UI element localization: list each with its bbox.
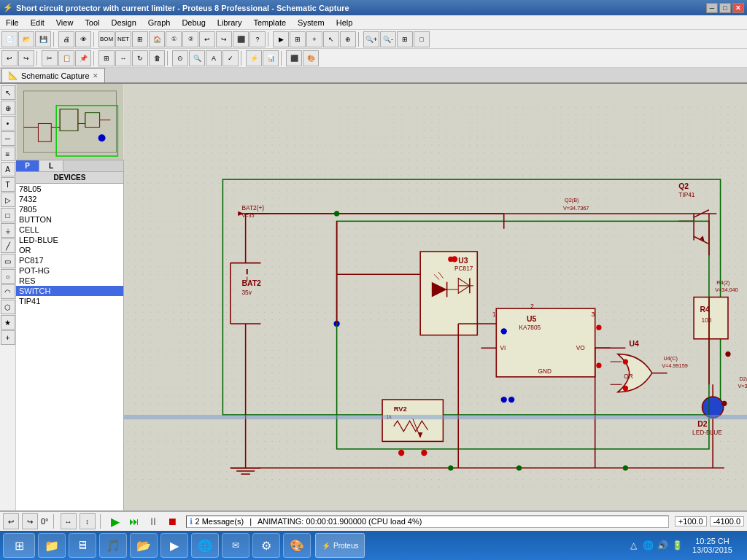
taskbar-app-7[interactable]: ✉ (222, 533, 249, 558)
btn5[interactable]: ⊞ (132, 31, 148, 47)
tray-battery[interactable]: 🔋 (672, 540, 684, 551)
zoom-fit-btn[interactable]: ⊞ (397, 31, 413, 47)
label-tool[interactable]: A (1, 162, 15, 176)
find-btn[interactable]: 🔍 (189, 50, 205, 66)
port-tool[interactable]: □ (1, 208, 15, 222)
taskbar-app-1[interactable]: 📁 (38, 533, 66, 558)
schematic-tab[interactable]: 📐 Schematic Capture ✕ (1, 68, 105, 82)
active-app-btn[interactable]: ⚡ Proteus (315, 533, 365, 558)
device-item-res[interactable]: RES (16, 276, 123, 286)
undo-btn[interactable]: ↩ (1, 50, 18, 66)
open-btn[interactable]: 📂 (18, 31, 34, 47)
new-btn[interactable]: 📄 (1, 31, 18, 47)
close-button[interactable]: ✕ (732, 3, 744, 13)
sidebar-tab-parts[interactable]: P (16, 160, 39, 171)
maximize-button[interactable]: □ (719, 3, 731, 13)
sim-btn2[interactable]: ⊞ (290, 31, 306, 47)
block-copy-btn[interactable]: ⊞ (98, 50, 115, 66)
copy-btn[interactable]: 📋 (58, 50, 74, 66)
add-tool[interactable]: + (1, 330, 15, 345)
sim-btn3[interactable]: + (306, 31, 322, 47)
tray-network[interactable]: 🌐 (643, 540, 654, 551)
sym-tool[interactable]: ★ (1, 315, 15, 330)
sim-btn4[interactable]: ↖ (323, 31, 339, 47)
undo-status-btn[interactable]: ↩ (3, 513, 19, 529)
menu-debug[interactable]: Debug (176, 15, 211, 29)
design-rule-btn[interactable]: ✓ (222, 50, 239, 66)
poly-tool[interactable]: ⬡ (1, 300, 15, 314)
arc-tool[interactable]: ◠ (1, 284, 15, 299)
block-rotate-btn[interactable]: ↻ (132, 50, 148, 66)
circle-tool[interactable]: ○ (1, 269, 15, 284)
menu-tool[interactable]: Tool (79, 15, 105, 29)
taskbar-app-3[interactable]: 🎵 (99, 533, 127, 558)
mirror-v-btn[interactable]: ↕ (80, 513, 96, 529)
menu-graph[interactable]: Graph (142, 15, 177, 29)
device-item-7432[interactable]: 7432 (16, 194, 123, 204)
sim-btn1[interactable]: ▶ (273, 31, 289, 47)
tray-up-arrow[interactable]: △ (628, 540, 640, 551)
play-btn[interactable]: ▶ (107, 513, 123, 529)
save-btn[interactable]: 💾 (35, 31, 51, 47)
rect-tool[interactable]: ▭ (1, 254, 15, 268)
redo-btn[interactable]: ↪ (18, 50, 34, 66)
netlist-btn[interactable]: ⚡ (246, 50, 262, 66)
cut-btn[interactable]: ✂ (42, 50, 58, 66)
line-tool[interactable]: ╱ (1, 238, 15, 253)
sidebar-tab-layers[interactable]: L (39, 160, 63, 171)
paste-btn[interactable]: 📌 (75, 50, 91, 66)
bus-tool[interactable]: ≡ (1, 147, 15, 161)
help-btn[interactable]: ? (249, 31, 266, 47)
device-item-or[interactable]: OR (16, 245, 123, 255)
zoom-in-btn[interactable]: 🔍+ (363, 31, 379, 47)
preview-btn[interactable]: 👁 (75, 31, 91, 47)
taskbar-app-4[interactable]: 📂 (130, 533, 158, 558)
device-item-pc817[interactable]: PC817 (16, 255, 123, 265)
wire-tool[interactable]: ─ (1, 131, 15, 146)
pick-btn[interactable]: ⊙ (172, 50, 188, 66)
menu-design[interactable]: Design (106, 15, 142, 29)
device-item-button[interactable]: BUTTON (16, 214, 123, 225)
device-item-switch[interactable]: SWITCH (16, 286, 123, 296)
taskbar-app-2[interactable]: 🖥 (69, 533, 96, 558)
menu-template[interactable]: Template (247, 15, 292, 29)
btn7[interactable]: ① (166, 31, 182, 47)
start-button[interactable]: ⊞ (3, 533, 35, 558)
zoom-area-btn[interactable]: □ (414, 31, 430, 47)
component-tool[interactable]: ⊕ (1, 101, 15, 115)
taskbar-app-9[interactable]: 🎨 (283, 533, 311, 558)
bom2-btn[interactable]: 📊 (263, 50, 279, 66)
menu-edit[interactable]: Edit (25, 15, 50, 29)
device-item-cell[interactable]: CELL (16, 225, 123, 235)
menu-system[interactable]: System (292, 15, 330, 29)
redo-status-btn[interactable]: ↪ (22, 513, 38, 529)
annotate-btn[interactable]: A (206, 50, 222, 66)
device-item-78l05[interactable]: 78L05 (16, 184, 123, 194)
btn8[interactable]: ② (182, 31, 198, 47)
taskbar-app-6[interactable]: 🌐 (191, 533, 219, 558)
tab-close-btn[interactable]: ✕ (93, 72, 98, 79)
schematic-canvas-area[interactable]: BAT2(+) V=35 BAT2 35v (124, 84, 747, 510)
select-tool[interactable]: ↖ (1, 85, 15, 100)
btn4[interactable]: NET (115, 31, 131, 47)
step-btn[interactable]: ⏭ (126, 513, 142, 529)
device-item-pot-hg[interactable]: POT-HG (16, 265, 123, 276)
color-btn[interactable]: 🎨 (303, 50, 319, 66)
zoom-out-btn[interactable]: 🔍- (380, 31, 396, 47)
btn3[interactable]: BOM (98, 31, 115, 47)
device-item-tip41[interactable]: TIP41 (16, 296, 123, 306)
taskbar-app-5[interactable]: ▶ (160, 533, 188, 558)
minimize-button[interactable]: ─ (706, 3, 718, 13)
menu-file[interactable]: File (0, 15, 25, 29)
menu-library[interactable]: Library (212, 15, 248, 29)
device-item-led-blue[interactable]: LED-BLUE (16, 235, 123, 245)
btn10[interactable]: ↪ (216, 31, 232, 47)
btn11[interactable]: ⬛ (233, 31, 249, 47)
layer-btn[interactable]: ⬛ (286, 50, 302, 66)
text-tool[interactable]: T (1, 177, 15, 192)
pause-btn[interactable]: ⏸ (145, 513, 161, 529)
probe-tool[interactable]: ▷ (1, 192, 15, 207)
taskbar-app-8[interactable]: ⚙ (252, 533, 280, 558)
tray-volume[interactable]: 🔊 (657, 540, 669, 551)
btn6[interactable]: 🏠 (149, 31, 165, 47)
